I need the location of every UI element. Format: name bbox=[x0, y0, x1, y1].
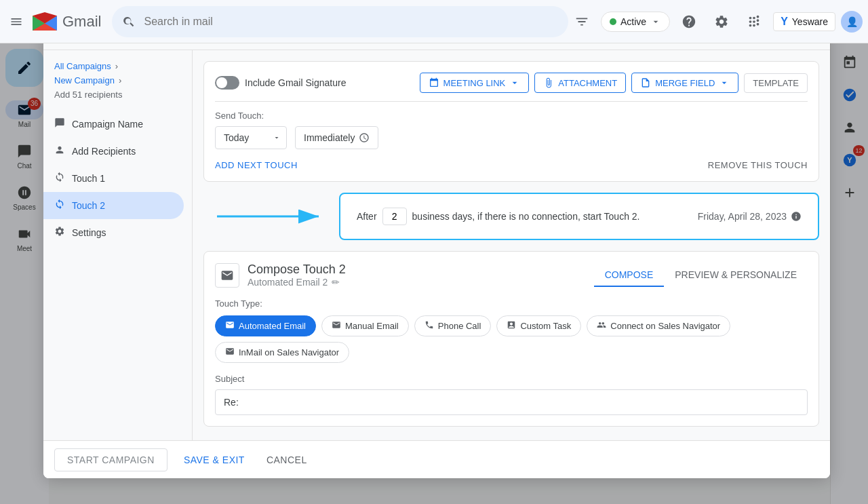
gmail-search-bar[interactable] bbox=[112, 6, 568, 37]
touch-type-automated-email[interactable]: Automated Email bbox=[215, 315, 316, 336]
nav-item-touch1[interactable]: Touch 1 bbox=[43, 165, 184, 192]
toolbar-section: Include Gmail Signature MEETING LINK ATT… bbox=[203, 61, 819, 182]
manual-email-label: Manual Email bbox=[345, 321, 399, 331]
tab-preview-personalize[interactable]: PREVIEW & PERSONALIZE bbox=[664, 264, 808, 287]
nav-item-campaign-name[interactable]: Campaign Name bbox=[43, 111, 184, 138]
days-input[interactable] bbox=[382, 208, 407, 225]
touch1-label: Touch 1 bbox=[72, 173, 105, 184]
phone-call-label: Phone Call bbox=[438, 321, 481, 331]
toggle-knob bbox=[216, 77, 227, 88]
custom-task-label: Custom Task bbox=[520, 321, 571, 331]
attachment-button[interactable]: ATTACHMENT bbox=[534, 73, 626, 93]
touch-delay-section: After business days, if there is no conn… bbox=[203, 193, 819, 240]
calendar-toolbar-icon bbox=[429, 77, 439, 88]
active-dot bbox=[610, 18, 616, 25]
meeting-link-button[interactable]: MEETING LINK bbox=[420, 73, 530, 93]
touch-type-inmail-sales-nav[interactable]: InMail on Sales Navigator bbox=[215, 342, 349, 363]
automated-email-icon bbox=[225, 320, 235, 332]
compose-subtitle-text: Automated Email 2 bbox=[248, 277, 328, 288]
campaign-name-label: Campaign Name bbox=[72, 119, 143, 130]
send-touch-label: Send Touch: bbox=[215, 110, 808, 121]
add-next-touch-button[interactable]: ADD NEXT TOUCH bbox=[215, 160, 298, 170]
inmail-sales-nav-icon bbox=[225, 347, 235, 358]
add-recipients-icon bbox=[54, 144, 65, 158]
meeting-link-label: MEETING LINK bbox=[443, 78, 506, 88]
connect-sales-nav-icon bbox=[597, 320, 606, 332]
subject-label: Subject bbox=[215, 374, 808, 384]
filter-icon[interactable] bbox=[568, 8, 595, 35]
inmail-sales-nav-label: InMail on Sales Navigator bbox=[239, 347, 339, 357]
touch-type-manual-email[interactable]: Manual Email bbox=[321, 315, 409, 336]
menu-icon[interactable] bbox=[0, 15, 33, 28]
help-icon[interactable] bbox=[675, 8, 703, 35]
active-status-btn[interactable]: Active bbox=[601, 12, 670, 32]
compose-subtitle: Automated Email 2 ✏ bbox=[248, 277, 346, 288]
nav-item-add-recipients[interactable]: Add Recipients bbox=[43, 138, 184, 165]
breadcrumb-add-recipients: Add 51 recipients bbox=[54, 90, 122, 100]
add-recipients-label: Add Recipients bbox=[72, 146, 136, 157]
settings-icon[interactable] bbox=[708, 8, 735, 35]
breadcrumb-new-campaign[interactable]: New Campaign bbox=[54, 75, 115, 85]
send-touch-row: Today Tomorrow Monday Immediately bbox=[215, 126, 808, 149]
touch2-icon bbox=[54, 199, 65, 212]
divider bbox=[215, 101, 808, 102]
gmail-logo-text: Gmail bbox=[62, 13, 101, 31]
breadcrumb-sep-2: › bbox=[119, 75, 121, 85]
yesware-campaigns-modal: Yesware Campaigns ✕ All Campaigns › New … bbox=[43, 26, 830, 478]
search-input[interactable] bbox=[144, 16, 557, 28]
after-label: After bbox=[357, 211, 377, 222]
subject-input[interactable] bbox=[215, 389, 808, 415]
attachment-icon bbox=[543, 77, 554, 88]
settings-label: Settings bbox=[72, 227, 106, 238]
toolbar-row: Include Gmail Signature MEETING LINK ATT… bbox=[215, 73, 808, 93]
action-row: ADD NEXT TOUCH REMOVE THIS TOUCH bbox=[215, 160, 808, 170]
time-label: Immediately bbox=[304, 132, 355, 143]
touch-type-section: Touch Type: Automated Email bbox=[215, 298, 808, 363]
signature-label: Include Gmail Signature bbox=[245, 77, 346, 88]
edit-icon[interactable]: ✏ bbox=[332, 277, 340, 288]
day-select[interactable]: Today Tomorrow Monday bbox=[215, 126, 287, 149]
compose-title-area: Compose Touch 2 Automated Email 2 ✏ bbox=[215, 263, 346, 288]
topbar-right: Active Y Yesware 👤 bbox=[568, 8, 868, 35]
automated-email-label: Automated Email bbox=[239, 321, 306, 331]
yesware-label: Yesware bbox=[792, 16, 828, 27]
touch-type-phone-call[interactable]: Phone Call bbox=[414, 315, 492, 336]
save-exit-button[interactable]: SAVE & EXIT bbox=[178, 449, 250, 471]
apps-icon[interactable] bbox=[741, 8, 768, 35]
date-label: Friday, April 28, 2023 bbox=[698, 211, 787, 222]
tab-compose[interactable]: COMPOSE bbox=[594, 264, 665, 287]
compose-email-icon bbox=[215, 263, 239, 288]
yesware-button[interactable]: Y Yesware bbox=[773, 12, 835, 31]
template-button[interactable]: TEMPLATE bbox=[744, 73, 808, 93]
merge-field-icon bbox=[640, 77, 651, 88]
modal-body: All Campaigns › New Campaign › Add 51 re… bbox=[43, 50, 830, 440]
start-campaign-button[interactable]: START CAMPAIGN bbox=[54, 448, 167, 471]
gmail-logo: Gmail bbox=[33, 12, 101, 31]
custom-task-icon bbox=[507, 320, 516, 332]
nav-item-touch2[interactable]: Touch 2 bbox=[43, 192, 184, 219]
touch-type-custom-task[interactable]: Custom Task bbox=[496, 315, 581, 336]
cancel-button[interactable]: CANCEL bbox=[261, 449, 313, 471]
main-content-area: Include Gmail Signature MEETING LINK ATT… bbox=[193, 50, 830, 440]
arrow-container bbox=[203, 196, 339, 237]
merge-field-button[interactable]: MERGE FIELD bbox=[631, 73, 738, 93]
active-label: Active bbox=[620, 16, 646, 27]
manual-email-icon bbox=[332, 320, 341, 332]
touch-type-connect-sales-nav[interactable]: Connect on Sales Navigator bbox=[587, 315, 730, 336]
compose-title-group: Compose Touch 2 Automated Email 2 ✏ bbox=[248, 263, 346, 288]
nav-item-settings[interactable]: Settings bbox=[43, 219, 184, 246]
compose-tabs: COMPOSE PREVIEW & PERSONALIZE bbox=[594, 264, 808, 287]
breadcrumb-all-campaigns[interactable]: All Campaigns bbox=[54, 61, 111, 71]
merge-chevron-icon bbox=[719, 77, 730, 88]
info-icon[interactable] bbox=[791, 211, 802, 222]
bottom-bar: START CAMPAIGN SAVE & EXIT CANCEL bbox=[43, 440, 830, 478]
avatar[interactable]: 👤 bbox=[841, 11, 863, 33]
time-field[interactable]: Immediately bbox=[295, 126, 378, 149]
remove-touch-button[interactable]: REMOVE THIS TOUCH bbox=[708, 160, 808, 170]
gmail-signature-toggle[interactable] bbox=[215, 76, 239, 90]
chevron-down-icon bbox=[650, 16, 661, 27]
left-nav: All Campaigns › New Campaign › Add 51 re… bbox=[43, 50, 193, 440]
yesware-logo: Y bbox=[781, 16, 788, 28]
compose-header: Compose Touch 2 Automated Email 2 ✏ COMP… bbox=[215, 263, 808, 288]
template-label: TEMPLATE bbox=[753, 78, 799, 88]
